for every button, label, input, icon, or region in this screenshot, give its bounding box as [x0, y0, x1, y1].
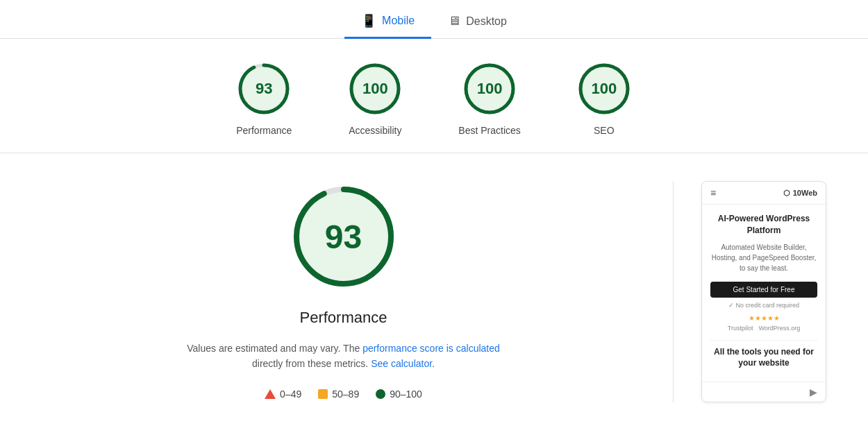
score-seo: 100 SEO	[576, 61, 632, 136]
score-label-seo: SEO	[594, 125, 615, 136]
ad-subtitle: Automated Website Builder, Hosting, and …	[710, 242, 817, 273]
legend-range-green: 90–100	[390, 389, 422, 400]
description: Values are estimated and may vary. The p…	[187, 341, 500, 372]
description-middle: directly from these metrics.	[252, 358, 368, 369]
wordpress-label: WordPress.org	[758, 325, 800, 332]
description-before: Values are estimated and may vary. The	[187, 343, 360, 354]
tab-bar: 📱 Mobile 🖥 Desktop	[0, 0, 868, 39]
square-icon	[318, 389, 328, 399]
legend-range-red: 0–49	[280, 389, 301, 400]
score-value-best-practices: 100	[477, 80, 503, 98]
score-circle-best-practices: 100	[462, 61, 517, 117]
large-score-value: 93	[325, 218, 362, 256]
triangle-icon	[265, 389, 276, 399]
content-divider	[673, 181, 674, 402]
left-panel: 93 Performance Values are estimated and …	[42, 181, 645, 402]
score-value-accessibility: 100	[362, 80, 388, 98]
tab-mobile[interactable]: 📱 Mobile	[344, 6, 431, 39]
ad-cta-button[interactable]: Get Started for Free	[710, 282, 817, 298]
score-label-best-practices: Best Practices	[458, 125, 520, 136]
score-accessibility: 100 Accessibility	[347, 61, 403, 136]
ad-body: AI-Powered WordPress Platform Automated …	[702, 205, 826, 382]
tab-mobile-label: Mobile	[382, 15, 415, 27]
performance-link[interactable]: performance score is calculated	[362, 343, 500, 354]
score-circle-accessibility: 100	[347, 61, 403, 117]
calculator-link[interactable]: See calculator	[371, 358, 432, 369]
legend-red: 0–49	[265, 389, 301, 400]
menu-icon: ≡	[710, 187, 716, 198]
ad-trust: Trustpilot WordPress.org	[710, 325, 817, 332]
score-value-performance: 93	[256, 80, 272, 98]
legend: 0–49 50–89 90–100	[265, 389, 422, 400]
ad-logo: ⬡ 10Web	[783, 189, 817, 198]
trustpilot-label: Trustpilot	[728, 325, 753, 332]
tab-desktop[interactable]: 🖥 Desktop	[431, 7, 524, 39]
score-value-seo: 100	[591, 80, 617, 98]
ad-arrow-icon[interactable]: ▶	[810, 386, 817, 398]
performance-title: Performance	[300, 309, 387, 327]
legend-green: 90–100	[376, 389, 422, 400]
mobile-icon: 📱	[361, 13, 376, 28]
score-best-practices: 100 Best Practices	[458, 61, 520, 136]
tab-desktop-label: Desktop	[466, 15, 507, 28]
ad-footer: ▶	[702, 382, 826, 402]
legend-orange: 50–89	[318, 389, 359, 400]
logo-icon: ⬡	[783, 189, 790, 198]
ad-title: AI-Powered WordPress Platform	[710, 213, 817, 237]
circle-icon	[376, 389, 385, 399]
desktop-icon: 🖥	[448, 14, 460, 28]
ad-card: ≡ ⬡ 10Web AI-Powered WordPress Platform …	[701, 181, 826, 402]
description-end: .	[432, 358, 435, 369]
right-panel: ≡ ⬡ 10Web AI-Powered WordPress Platform …	[701, 181, 826, 402]
score-label-performance: Performance	[236, 125, 292, 136]
ad-stars: ★★★★★	[710, 314, 817, 322]
ad-tools-title: All the tools you need for your website	[710, 346, 817, 370]
ad-no-card: ✓ No credit card required	[710, 302, 817, 309]
score-performance: 93 Performance	[236, 61, 292, 136]
legend-range-orange: 50–89	[332, 389, 359, 400]
scores-section: 93 Performance 100 Accessibility 100 Bes…	[0, 39, 868, 153]
score-circle-performance: 93	[236, 61, 292, 117]
logo-text: 10Web	[793, 189, 817, 197]
score-label-accessibility: Accessibility	[349, 125, 401, 136]
ad-header: ≡ ⬡ 10Web	[702, 182, 826, 205]
main-content: 93 Performance Values are estimated and …	[0, 153, 868, 430]
ad-divider	[710, 340, 817, 341]
score-circle-seo: 100	[576, 61, 632, 117]
large-score-circle: 93	[288, 181, 399, 292]
